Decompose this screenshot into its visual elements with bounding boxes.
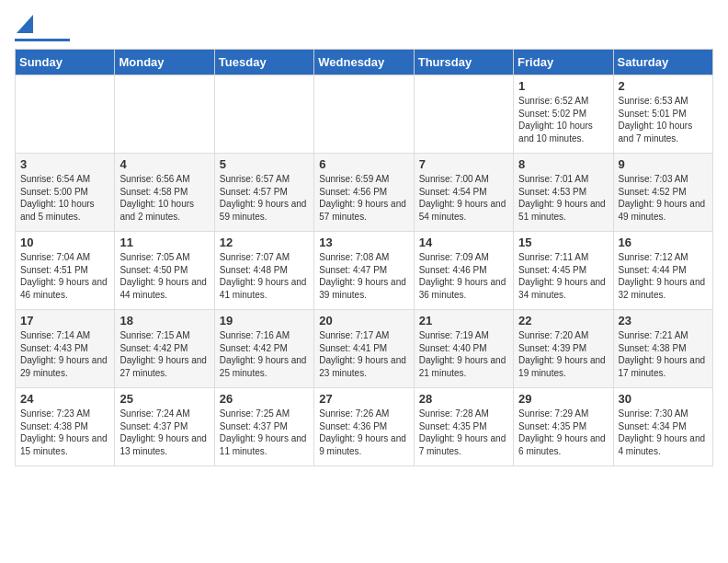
calendar-cell: 13Sunrise: 7:08 AM Sunset: 4:47 PM Dayli… bbox=[314, 232, 414, 310]
day-info: Sunrise: 6:57 AM Sunset: 4:57 PM Dayligh… bbox=[220, 173, 309, 223]
day-info: Sunrise: 7:11 AM Sunset: 4:45 PM Dayligh… bbox=[518, 251, 608, 301]
calendar-cell: 20Sunrise: 7:17 AM Sunset: 4:41 PM Dayli… bbox=[314, 310, 414, 388]
day-info: Sunrise: 7:28 AM Sunset: 4:35 PM Dayligh… bbox=[419, 408, 508, 457]
day-number: 28 bbox=[419, 392, 508, 406]
weekday-header-row: SundayMondayTuesdayWednesdayThursdayFrid… bbox=[16, 50, 713, 75]
day-number: 25 bbox=[119, 392, 209, 406]
weekday-header-monday: Monday bbox=[115, 50, 214, 75]
day-info: Sunrise: 6:59 AM Sunset: 4:56 PM Dayligh… bbox=[319, 173, 408, 223]
calendar-cell: 15Sunrise: 7:11 AM Sunset: 4:45 PM Dayli… bbox=[514, 232, 613, 310]
day-number: 27 bbox=[319, 392, 408, 406]
day-number: 13 bbox=[319, 236, 408, 249]
calendar-cell: 1Sunrise: 6:52 AM Sunset: 5:02 PM Daylig… bbox=[514, 75, 613, 154]
calendar-cell: 18Sunrise: 7:15 AM Sunset: 4:42 PM Dayli… bbox=[115, 310, 214, 388]
svg-marker-0 bbox=[17, 15, 33, 33]
calendar-cell: 24Sunrise: 7:23 AM Sunset: 4:38 PM Dayli… bbox=[16, 388, 115, 466]
day-info: Sunrise: 7:19 AM Sunset: 4:40 PM Dayligh… bbox=[419, 329, 508, 379]
day-info: Sunrise: 6:53 AM Sunset: 5:01 PM Dayligh… bbox=[619, 95, 708, 144]
day-number: 18 bbox=[119, 314, 209, 327]
calendar-cell: 10Sunrise: 7:04 AM Sunset: 4:51 PM Dayli… bbox=[16, 232, 115, 310]
calendar-week-2: 3Sunrise: 6:54 AM Sunset: 5:00 PM Daylig… bbox=[16, 154, 713, 232]
calendar-week-4: 17Sunrise: 7:14 AM Sunset: 4:43 PM Dayli… bbox=[16, 310, 713, 388]
day-number: 24 bbox=[20, 392, 109, 406]
weekday-header-saturday: Saturday bbox=[613, 50, 712, 75]
calendar-cell: 4Sunrise: 6:56 AM Sunset: 4:58 PM Daylig… bbox=[115, 154, 214, 232]
day-info: Sunrise: 7:20 AM Sunset: 4:39 PM Dayligh… bbox=[518, 329, 608, 379]
calendar-week-5: 24Sunrise: 7:23 AM Sunset: 4:38 PM Dayli… bbox=[16, 388, 713, 466]
calendar-cell: 19Sunrise: 7:16 AM Sunset: 4:42 PM Dayli… bbox=[214, 310, 313, 388]
day-info: Sunrise: 6:52 AM Sunset: 5:02 PM Dayligh… bbox=[518, 95, 608, 144]
header bbox=[15, 15, 713, 41]
calendar-cell: 21Sunrise: 7:19 AM Sunset: 4:40 PM Dayli… bbox=[414, 310, 513, 388]
calendar-week-3: 10Sunrise: 7:04 AM Sunset: 4:51 PM Dayli… bbox=[16, 232, 713, 310]
day-info: Sunrise: 7:09 AM Sunset: 4:46 PM Dayligh… bbox=[419, 251, 508, 301]
day-number: 17 bbox=[20, 314, 109, 327]
day-number: 10 bbox=[20, 236, 109, 249]
calendar-cell: 5Sunrise: 6:57 AM Sunset: 4:57 PM Daylig… bbox=[214, 154, 313, 232]
calendar-cell: 8Sunrise: 7:01 AM Sunset: 4:53 PM Daylig… bbox=[514, 154, 613, 232]
day-info: Sunrise: 7:04 AM Sunset: 4:51 PM Dayligh… bbox=[20, 251, 109, 301]
day-number: 5 bbox=[220, 157, 309, 171]
day-info: Sunrise: 6:56 AM Sunset: 4:58 PM Dayligh… bbox=[119, 173, 209, 223]
day-number: 20 bbox=[319, 314, 408, 327]
weekday-header-friday: Friday bbox=[514, 50, 613, 75]
day-number: 11 bbox=[119, 236, 209, 249]
calendar-cell: 9Sunrise: 7:03 AM Sunset: 4:52 PM Daylig… bbox=[613, 154, 712, 232]
day-number: 30 bbox=[619, 392, 708, 406]
calendar-cell: 26Sunrise: 7:25 AM Sunset: 4:37 PM Dayli… bbox=[214, 388, 313, 466]
day-info: Sunrise: 7:14 AM Sunset: 4:43 PM Dayligh… bbox=[20, 329, 109, 379]
calendar-cell: 11Sunrise: 7:05 AM Sunset: 4:50 PM Dayli… bbox=[115, 232, 214, 310]
day-number: 19 bbox=[220, 314, 309, 327]
calendar-cell: 2Sunrise: 6:53 AM Sunset: 5:01 PM Daylig… bbox=[613, 75, 712, 154]
day-info: Sunrise: 7:29 AM Sunset: 4:35 PM Dayligh… bbox=[518, 408, 608, 457]
day-info: Sunrise: 7:01 AM Sunset: 4:53 PM Dayligh… bbox=[518, 173, 608, 223]
calendar-cell: 27Sunrise: 7:26 AM Sunset: 4:36 PM Dayli… bbox=[314, 388, 414, 466]
weekday-header-thursday: Thursday bbox=[414, 50, 513, 75]
day-number: 6 bbox=[319, 157, 408, 171]
calendar-cell: 17Sunrise: 7:14 AM Sunset: 4:43 PM Dayli… bbox=[16, 310, 115, 388]
day-number: 22 bbox=[518, 314, 608, 327]
logo-line bbox=[15, 39, 70, 41]
weekday-header-tuesday: Tuesday bbox=[214, 50, 313, 75]
calendar-cell: 6Sunrise: 6:59 AM Sunset: 4:56 PM Daylig… bbox=[314, 154, 414, 232]
day-number: 26 bbox=[220, 392, 309, 406]
day-number: 23 bbox=[619, 314, 708, 327]
day-info: Sunrise: 7:16 AM Sunset: 4:42 PM Dayligh… bbox=[220, 329, 309, 379]
day-number: 12 bbox=[220, 236, 309, 249]
day-info: Sunrise: 7:26 AM Sunset: 4:36 PM Dayligh… bbox=[319, 408, 408, 457]
weekday-header-wednesday: Wednesday bbox=[314, 50, 414, 75]
calendar-cell: 30Sunrise: 7:30 AM Sunset: 4:34 PM Dayli… bbox=[613, 388, 712, 466]
day-info: Sunrise: 7:00 AM Sunset: 4:54 PM Dayligh… bbox=[419, 173, 508, 223]
calendar-cell bbox=[214, 75, 313, 154]
day-info: Sunrise: 7:03 AM Sunset: 4:52 PM Dayligh… bbox=[619, 173, 708, 223]
day-info: Sunrise: 7:12 AM Sunset: 4:44 PM Dayligh… bbox=[619, 251, 708, 301]
calendar-cell: 23Sunrise: 7:21 AM Sunset: 4:38 PM Dayli… bbox=[613, 310, 712, 388]
day-number: 9 bbox=[619, 157, 708, 171]
calendar-cell: 16Sunrise: 7:12 AM Sunset: 4:44 PM Dayli… bbox=[613, 232, 712, 310]
calendar-week-1: 1Sunrise: 6:52 AM Sunset: 5:02 PM Daylig… bbox=[16, 75, 713, 154]
day-number: 4 bbox=[119, 157, 209, 171]
calendar-cell: 14Sunrise: 7:09 AM Sunset: 4:46 PM Dayli… bbox=[414, 232, 513, 310]
day-number: 1 bbox=[518, 79, 608, 93]
logo-triangle-icon bbox=[17, 15, 33, 33]
calendar-cell: 12Sunrise: 7:07 AM Sunset: 4:48 PM Dayli… bbox=[214, 232, 313, 310]
calendar-cell: 7Sunrise: 7:00 AM Sunset: 4:54 PM Daylig… bbox=[414, 154, 513, 232]
day-info: Sunrise: 7:21 AM Sunset: 4:38 PM Dayligh… bbox=[619, 329, 708, 379]
day-number: 14 bbox=[419, 236, 508, 249]
day-info: Sunrise: 7:30 AM Sunset: 4:34 PM Dayligh… bbox=[619, 408, 708, 457]
day-number: 15 bbox=[518, 236, 608, 249]
day-info: Sunrise: 7:17 AM Sunset: 4:41 PM Dayligh… bbox=[319, 329, 408, 379]
day-number: 16 bbox=[619, 236, 708, 249]
day-number: 29 bbox=[518, 392, 608, 406]
day-info: Sunrise: 7:05 AM Sunset: 4:50 PM Dayligh… bbox=[119, 251, 209, 301]
day-info: Sunrise: 7:07 AM Sunset: 4:48 PM Dayligh… bbox=[220, 251, 309, 301]
weekday-header-sunday: Sunday bbox=[16, 50, 115, 75]
calendar-cell bbox=[16, 75, 115, 154]
calendar-cell: 25Sunrise: 7:24 AM Sunset: 4:37 PM Dayli… bbox=[115, 388, 214, 466]
day-info: Sunrise: 7:25 AM Sunset: 4:37 PM Dayligh… bbox=[220, 408, 309, 457]
day-number: 3 bbox=[20, 157, 109, 171]
day-number: 7 bbox=[419, 157, 508, 171]
logo bbox=[15, 15, 70, 41]
day-info: Sunrise: 6:54 AM Sunset: 5:00 PM Dayligh… bbox=[20, 173, 109, 223]
day-info: Sunrise: 7:08 AM Sunset: 4:47 PM Dayligh… bbox=[319, 251, 408, 301]
